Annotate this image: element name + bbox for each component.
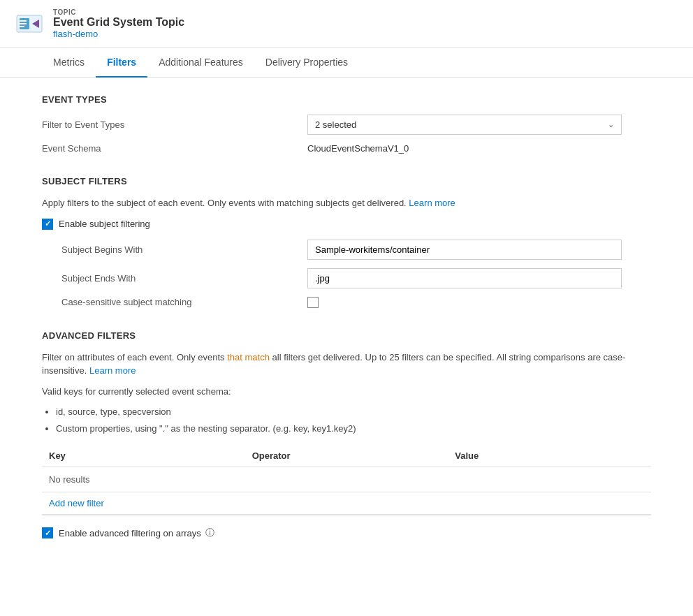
tab-metrics[interactable]: Metrics xyxy=(42,48,96,78)
topic-type-label: TOPIC xyxy=(53,8,184,16)
adv-desc-highlight: that match xyxy=(227,352,270,362)
no-results-text: No results xyxy=(42,467,651,492)
case-sensitive-row: Case-sensitive subject matching xyxy=(61,297,651,308)
subject-ends-label: Subject Ends With xyxy=(61,273,307,284)
no-results-row: No results xyxy=(42,467,651,492)
info-icon: ⓘ xyxy=(205,527,214,539)
filter-event-types-label: Filter to Event Types xyxy=(42,119,307,130)
event-schema-row: Event Schema CloudEventSchemaV1_0 xyxy=(42,143,651,154)
advanced-filters-title: ADVANCED FILTERS xyxy=(42,330,651,341)
svg-rect-5 xyxy=(20,26,24,27)
subject-filters-description: Apply filters to the subject of each eve… xyxy=(42,196,651,210)
subject-begins-input[interactable] xyxy=(307,240,622,260)
topic-link[interactable]: flash-demo xyxy=(53,29,98,39)
col-key: Key xyxy=(42,445,245,467)
event-schema-label: Event Schema xyxy=(42,143,307,154)
event-types-section: EVENT TYPES Filter to Event Types 2 sele… xyxy=(42,94,651,154)
case-sensitive-checkbox[interactable] xyxy=(307,297,319,308)
event-schema-value: CloudEventSchemaV1_0 xyxy=(307,143,409,154)
tab-additional-features[interactable]: Additional Features xyxy=(147,48,254,78)
enable-subject-filtering-checkbox[interactable] xyxy=(42,219,53,230)
valid-keys-list: id, source, type, specversion Custom pro… xyxy=(56,405,651,435)
filter-table-header: Key Operator Value xyxy=(42,445,651,467)
main-content: EVENT TYPES Filter to Event Types 2 sele… xyxy=(0,78,693,578)
tab-filters[interactable]: Filters xyxy=(96,48,147,78)
enable-subject-filtering-row: Enable subject filtering xyxy=(42,219,651,230)
enable-advanced-filtering-row: Enable advanced filtering on arrays ⓘ xyxy=(42,527,651,539)
advanced-filters-learn-more[interactable]: Learn more xyxy=(89,365,136,376)
bullet-item-2: Custom properties, using "." as the nest… xyxy=(56,422,651,436)
topic-icon xyxy=(14,8,45,39)
adv-desc-part1: Filter on attributes of each event. Only… xyxy=(42,352,225,362)
event-types-title: EVENT TYPES xyxy=(42,94,651,105)
dropdown-value: 2 selected xyxy=(315,119,356,130)
svg-rect-3 xyxy=(20,20,27,22)
subject-begins-label: Subject Begins With xyxy=(61,244,307,255)
col-value: Value xyxy=(448,445,651,467)
tab-delivery-properties[interactable]: Delivery Properties xyxy=(254,48,359,78)
subject-filters-desc-text: Apply filters to the subject of each eve… xyxy=(42,198,407,208)
subject-filters-learn-more[interactable]: Learn more xyxy=(409,198,455,208)
case-sensitive-label: Case-sensitive subject matching xyxy=(61,297,307,307)
enable-subject-filtering-label: Enable subject filtering xyxy=(59,219,150,229)
page-header: TOPIC Event Grid System Topic flash-demo xyxy=(0,0,693,48)
chevron-down-icon: ⌄ xyxy=(608,120,614,129)
subject-filters-section: SUBJECT FILTERS Apply filters to the sub… xyxy=(42,176,651,308)
subject-filter-sub-fields: Subject Begins With Subject Ends With Ca… xyxy=(61,240,651,308)
add-filter-link[interactable]: Add new filter xyxy=(42,492,651,515)
tab-bar: Metrics Filters Additional Features Deli… xyxy=(0,48,693,78)
advanced-filters-description: Filter on attributes of each event. Only… xyxy=(42,351,651,378)
advanced-filters-section: ADVANCED FILTERS Filter on attributes of… xyxy=(42,330,651,540)
topic-name: Event Grid System Topic xyxy=(53,16,184,29)
enable-advanced-filtering-label: Enable advanced filtering on arrays xyxy=(59,528,201,538)
subject-ends-input[interactable] xyxy=(307,268,622,288)
bullet-item-1: id, source, type, specversion xyxy=(56,405,651,419)
svg-rect-4 xyxy=(20,23,27,24)
filter-event-types-row: Filter to Event Types 2 selected ⌄ xyxy=(42,115,651,135)
valid-keys-label: Valid keys for currently selected event … xyxy=(42,385,651,399)
subject-ends-row: Subject Ends With xyxy=(61,268,651,288)
add-filter-row: Add new filter xyxy=(42,492,651,515)
header-text-block: TOPIC Event Grid System Topic flash-demo xyxy=(53,8,184,39)
adv-desc-part2: all filters get delivered. xyxy=(272,352,363,362)
filter-event-types-dropdown[interactable]: 2 selected ⌄ xyxy=(307,115,622,135)
col-operator: Operator xyxy=(245,445,448,467)
enable-advanced-filtering-checkbox[interactable] xyxy=(42,527,53,538)
subject-filters-title: SUBJECT FILTERS xyxy=(42,176,651,186)
subject-begins-row: Subject Begins With xyxy=(61,240,651,260)
advanced-filters-table: Key Operator Value No results Add new fi… xyxy=(42,445,651,515)
